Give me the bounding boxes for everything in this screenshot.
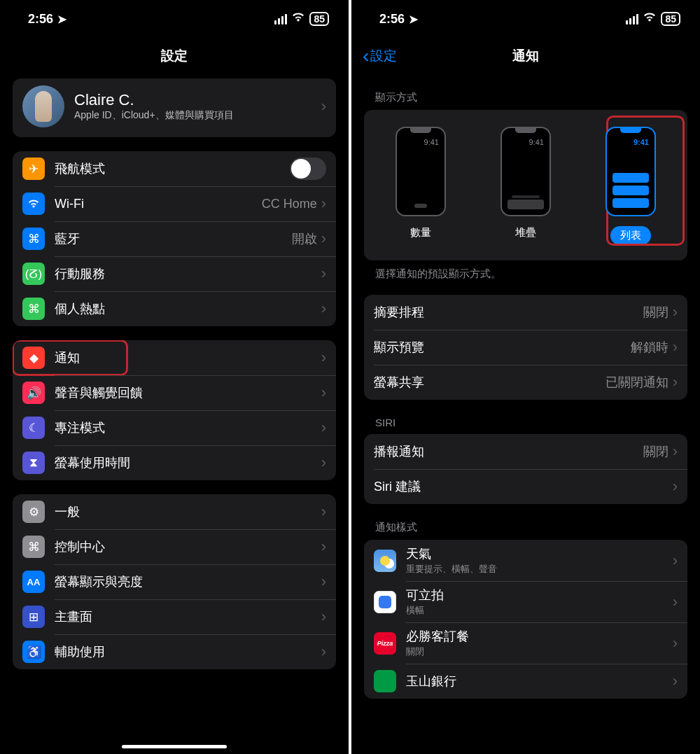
chevron-icon: › bbox=[321, 503, 326, 521]
airplane-row[interactable]: ✈ 飛航模式 bbox=[13, 151, 336, 186]
home-indicator[interactable] bbox=[122, 745, 227, 748]
wifi-icon bbox=[291, 12, 305, 26]
cellular-icon bbox=[626, 14, 638, 25]
back-button[interactable]: ‹ 設定 bbox=[363, 46, 397, 66]
display-as-group: 9:41 數量 9:41 堆疊 9:41 列表 bbox=[364, 110, 687, 260]
bluetooth-row[interactable]: ⌘ 藍牙 開啟 › bbox=[13, 221, 336, 256]
nav-bar: ‹ 設定 通知 bbox=[351, 38, 700, 74]
chevron-icon: › bbox=[321, 230, 326, 248]
app-clips-row[interactable]: 可立拍橫幅 › bbox=[364, 581, 687, 622]
app-esun-row[interactable]: 玉山銀行 › bbox=[364, 664, 687, 699]
profile-sub: Apple ID、iCloud+、媒體與購買項目 bbox=[74, 109, 321, 122]
cellular-row[interactable]: (ⵒ) 行動服務 › bbox=[13, 256, 336, 291]
app-pizza-row[interactable]: Pizza 必勝客訂餐關閉 › bbox=[364, 622, 687, 664]
status-bar: 2:56 ➤ 85 bbox=[351, 0, 700, 38]
airplane-toggle[interactable] bbox=[290, 158, 326, 180]
siri-header: SIRI bbox=[375, 417, 685, 428]
page-title: 設定 bbox=[161, 47, 188, 65]
chevron-icon: › bbox=[321, 419, 326, 437]
chevron-icon: › bbox=[673, 373, 678, 391]
chevron-icon: › bbox=[673, 303, 678, 321]
chevron-icon: › bbox=[673, 634, 678, 652]
chevron-icon: › bbox=[321, 265, 326, 283]
home-screen-row[interactable]: ⊞ 主畫面 › bbox=[13, 599, 336, 634]
status-time: 2:56 bbox=[28, 12, 53, 27]
hotspot-icon: ⌘ bbox=[22, 298, 45, 320]
chevron-icon: › bbox=[673, 672, 678, 690]
focus-icon: ☾ bbox=[22, 417, 45, 439]
display-stack-option[interactable]: 9:41 堆疊 bbox=[500, 127, 551, 245]
chevron-icon: › bbox=[321, 300, 326, 318]
location-icon: ➤ bbox=[409, 13, 418, 26]
status-bar: 2:56 ➤ 85 bbox=[0, 0, 349, 38]
accessibility-row[interactable]: ♿ 輔助使用 › bbox=[13, 634, 336, 669]
battery-icon: 85 bbox=[309, 12, 329, 26]
chevron-icon: › bbox=[321, 538, 326, 556]
airplane-icon: ✈ bbox=[22, 158, 45, 180]
display-caption: 選擇通知的預設顯示方式。 bbox=[375, 267, 685, 281]
status-time: 2:56 bbox=[379, 12, 405, 27]
nav-bar: 設定 bbox=[0, 38, 349, 74]
settings-screen: 2:56 ➤ 85 設定 Claire C. Apple ID、iCloud+、… bbox=[0, 0, 349, 754]
cellular-icon bbox=[274, 14, 287, 25]
general-icon: ⚙ bbox=[22, 501, 45, 523]
screentime-icon: ⧗ bbox=[22, 452, 45, 474]
chevron-icon: › bbox=[673, 477, 678, 496]
chevron-icon: › bbox=[321, 384, 326, 402]
chevron-icon: › bbox=[321, 454, 326, 472]
hotspot-row[interactable]: ⌘ 個人熱點 › bbox=[13, 291, 336, 326]
home-icon: ⊞ bbox=[22, 606, 45, 628]
app-weather-row[interactable]: 天氣重要提示、橫幅、聲音 › bbox=[364, 540, 687, 581]
cellular-settings-icon: (ⵒ) bbox=[22, 263, 45, 285]
clips-app-icon bbox=[374, 591, 396, 613]
pizza-app-icon: Pizza bbox=[374, 632, 396, 655]
chevron-left-icon: ‹ bbox=[363, 46, 369, 66]
chevron-icon: › bbox=[673, 552, 678, 570]
chevron-icon: › bbox=[673, 593, 678, 611]
bluetooth-icon: ⌘ bbox=[22, 228, 45, 250]
chevron-icon: › bbox=[321, 608, 326, 626]
display-row[interactable]: AA 螢幕顯示與亮度 › bbox=[13, 564, 336, 599]
chevron-icon: › bbox=[673, 442, 678, 461]
page-title: 通知 bbox=[512, 47, 539, 65]
siri-suggest-row[interactable]: Siri 建議 › bbox=[364, 469, 687, 504]
profile-row[interactable]: Claire C. Apple ID、iCloud+、媒體與購買項目 › bbox=[13, 78, 336, 137]
style-header: 通知樣式 bbox=[375, 521, 685, 534]
notifications-screen: 2:56 ➤ 85 ‹ 設定 通知 顯示方式 9:41 數量 9:41 堆疊 bbox=[351, 0, 700, 754]
battery-icon: 85 bbox=[661, 12, 680, 26]
sounds-row[interactable]: 🔊 聲音與觸覺回饋 › bbox=[13, 375, 336, 410]
summary-row[interactable]: 摘要排程 關閉 › bbox=[364, 295, 687, 330]
screen-share-row[interactable]: 螢幕共享 已關閉通知 › bbox=[364, 365, 687, 400]
profile-name: Claire C. bbox=[74, 91, 321, 109]
control-center-row[interactable]: ⌘ 控制中心 › bbox=[13, 529, 336, 564]
display-as-header: 顯示方式 bbox=[375, 91, 685, 104]
accessibility-icon: ♿ bbox=[22, 641, 45, 663]
general-row[interactable]: ⚙ 一般 › bbox=[13, 494, 336, 529]
chevron-icon: › bbox=[321, 573, 326, 591]
sounds-icon: 🔊 bbox=[22, 382, 45, 404]
esun-app-icon bbox=[374, 670, 396, 692]
chevron-icon: › bbox=[673, 338, 678, 356]
screentime-row[interactable]: ⧗ 螢幕使用時間 › bbox=[13, 445, 336, 480]
announce-row[interactable]: 播報通知 關閉 › bbox=[364, 434, 687, 469]
wifi-icon bbox=[643, 12, 657, 26]
preview-row[interactable]: 顯示預覽 解鎖時 › bbox=[364, 330, 687, 365]
location-icon: ➤ bbox=[57, 13, 66, 26]
notifications-row[interactable]: ◆ 通知 › bbox=[13, 340, 336, 375]
avatar bbox=[22, 85, 64, 127]
chevron-icon: › bbox=[321, 349, 326, 367]
display-count-option[interactable]: 9:41 數量 bbox=[396, 127, 446, 245]
focus-row[interactable]: ☾ 專注模式 › bbox=[13, 410, 336, 445]
chevron-icon: › bbox=[321, 643, 326, 661]
wifi-row[interactable]: Wi-Fi CC Home › bbox=[13, 186, 336, 221]
chevron-icon: › bbox=[321, 195, 326, 213]
display-icon: AA bbox=[22, 571, 45, 593]
control-center-icon: ⌘ bbox=[22, 536, 45, 558]
display-list-option[interactable]: 9:41 列表 bbox=[606, 127, 656, 245]
wifi-settings-icon bbox=[22, 193, 45, 215]
weather-app-icon bbox=[374, 550, 396, 572]
notifications-icon: ◆ bbox=[22, 347, 45, 369]
chevron-icon: › bbox=[321, 97, 326, 116]
